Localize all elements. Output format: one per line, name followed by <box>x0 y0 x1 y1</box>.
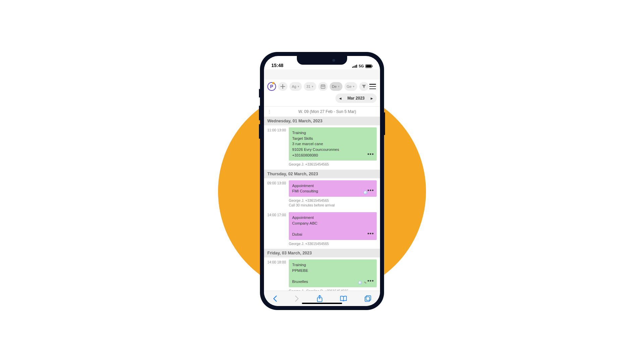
tabs-icon <box>364 295 372 302</box>
event-detail: 3 rue marcel cane <box>292 141 373 147</box>
svg-rect-13 <box>366 296 371 300</box>
event-title: Appointment <box>292 183 373 189</box>
svg-rect-3 <box>356 65 357 68</box>
signal-icon <box>352 64 358 68</box>
note-bubble-icon <box>358 281 362 285</box>
calendar-button[interactable] <box>318 82 328 91</box>
event-row: 14:00 17:00AppointmentCompany ABC Dubai•… <box>264 210 380 240</box>
event-row: 11:00 13:00TrainingTarget Skills3 rue ma… <box>264 125 380 161</box>
edit-pencil-icon: ✎ <box>363 281 367 285</box>
week-header: ⋮ W. 09 (Mon 27 Feb - Sun 5 Mar) <box>264 106 380 117</box>
day-header: Friday, 03 March, 2023 <box>264 249 380 257</box>
app-viewport: P Ag▼ 31▼ De▼ Ge▼ <box>264 69 380 291</box>
month-navigator: ◂ Mar 2023 ▸ <box>335 94 377 103</box>
status-indicators: 5G <box>352 64 373 68</box>
svg-rect-11 <box>324 86 324 87</box>
event-card[interactable]: TrainingPPMEBE Bruxelles✎••• <box>289 259 377 287</box>
browser-share-button[interactable] <box>316 295 323 303</box>
event-title: Appointment <box>292 215 373 221</box>
svg-rect-2 <box>355 65 356 68</box>
funnel-icon <box>362 84 366 89</box>
event-icons <box>364 191 367 194</box>
svg-rect-6 <box>372 65 373 67</box>
resource-filter-dropdown[interactable]: De▼ <box>330 82 342 91</box>
event-meta: George J. +33615454565 <box>264 240 380 249</box>
event-detail: Target Skills <box>292 136 373 141</box>
event-more-button[interactable]: ••• <box>367 277 374 285</box>
event-meta: George J., Caroline D. +33615454565 <box>264 287 380 291</box>
svg-rect-1 <box>354 66 355 68</box>
phone-frame: 15:48 5G P Ag▼ 31▼ <box>260 52 384 310</box>
event-icons: ✎ <box>358 281 367 285</box>
book-icon <box>340 295 348 302</box>
event-more-button[interactable]: ••• <box>367 150 374 158</box>
event-row: 14:00 18:00TrainingPPMEBE Bruxelles✎••• <box>264 257 380 287</box>
plus-icon <box>280 84 285 89</box>
share-icon <box>316 295 323 303</box>
battery-icon <box>365 64 373 68</box>
day-header: Thursday, 02 March, 2023 <box>264 170 380 178</box>
event-card[interactable]: TrainingTarget Skills3 rue marcel cane91… <box>289 127 377 161</box>
chevron-down-icon: ▼ <box>297 85 300 88</box>
svg-rect-14 <box>365 297 370 301</box>
calendar-icon <box>321 84 325 89</box>
event-card[interactable]: AppointmentFMI Consulting••• <box>289 180 377 197</box>
week-label: W. 09 (Mon 27 Feb - Sun 5 Mar) <box>278 109 377 114</box>
user-filter-dropdown[interactable]: Ge▼ <box>344 82 358 91</box>
event-row: 09:00 13:00AppointmentFMI Consulting••• <box>264 178 380 197</box>
app-toolbar: P Ag▼ 31▼ De▼ Ge▼ <box>264 79 380 92</box>
day-header: Wednesday, 01 March, 2023 <box>264 117 380 125</box>
browser-forward-button[interactable] <box>294 295 300 302</box>
event-detail: FMI Consulting <box>292 188 373 194</box>
app-logo[interactable]: P <box>267 82 276 91</box>
event-meta: George J. +33615454565 <box>264 161 380 169</box>
home-indicator[interactable] <box>302 303 342 304</box>
add-button[interactable] <box>278 82 287 91</box>
event-time: 14:00 17:00 <box>267 212 289 217</box>
event-time: 09:00 13:00 <box>267 180 289 185</box>
event-detail <box>292 273 373 279</box>
svg-rect-9 <box>322 86 322 87</box>
prev-month-button[interactable]: ◂ <box>336 94 345 103</box>
event-title: Training <box>292 262 373 268</box>
event-time: 11:00 13:00 <box>267 127 289 132</box>
view-agenda-dropdown[interactable]: Ag▼ <box>289 82 302 91</box>
event-card[interactable]: AppointmentCompany ABC Dubai••• <box>289 212 377 240</box>
browser-tabs-button[interactable] <box>364 295 372 302</box>
header-spacer <box>264 69 380 79</box>
event-detail: +33160808080 <box>292 153 373 158</box>
more-options-icon[interactable]: ⋮ <box>267 109 271 114</box>
event-detail <box>292 226 373 232</box>
browser-bookmarks-button[interactable] <box>340 295 348 302</box>
chevron-down-icon: ▼ <box>311 85 314 88</box>
event-time: 14:00 18:00 <box>267 259 289 264</box>
event-meta: George J. +33615454565Call 30 minutes be… <box>264 197 380 210</box>
next-month-button[interactable]: ▸ <box>367 94 376 103</box>
svg-rect-0 <box>352 67 353 68</box>
event-title: Training <box>292 130 373 136</box>
chevron-down-icon: ▼ <box>337 85 340 88</box>
svg-rect-10 <box>323 86 323 87</box>
event-detail: Dubai <box>292 232 373 237</box>
status-time: 15:48 <box>271 63 283 68</box>
status-network: 5G <box>359 64 364 68</box>
month-label[interactable]: Mar 2023 <box>345 96 367 101</box>
svg-rect-5 <box>366 65 371 67</box>
event-detail: 91026 Evry Courcouronnes <box>292 147 373 153</box>
note-bubble-icon <box>364 191 367 194</box>
event-detail: Company ABC <box>292 221 373 226</box>
event-detail: PPMEBE <box>292 268 373 274</box>
event-more-button[interactable]: ••• <box>367 230 374 237</box>
browser-back-button[interactable] <box>272 295 278 302</box>
filter-button[interactable] <box>359 82 369 91</box>
date-selector-dropdown[interactable]: 31▼ <box>304 82 316 91</box>
chevron-down-icon: ▼ <box>352 85 355 88</box>
phone-notch <box>297 56 347 65</box>
menu-button[interactable] <box>369 83 377 90</box>
event-more-button[interactable]: ••• <box>367 186 374 194</box>
phone-screen: 15:48 5G P Ag▼ 31▼ <box>264 56 380 306</box>
